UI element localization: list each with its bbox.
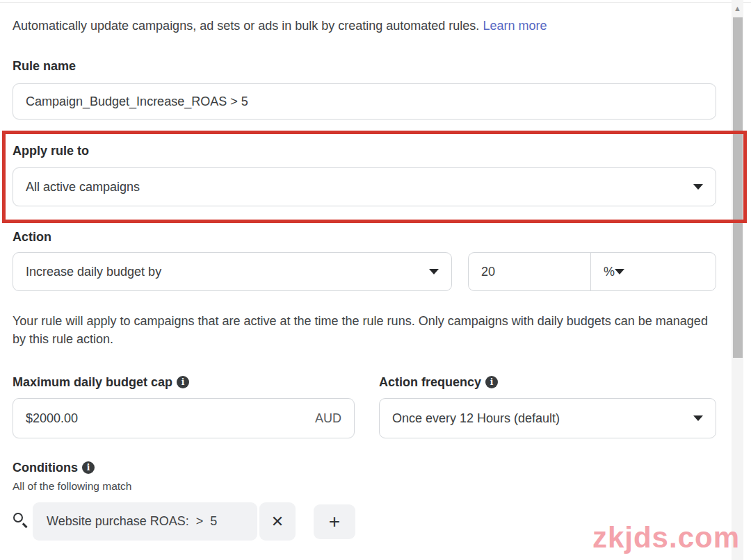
action-note-text: Your rule will apply to campaigns that a… <box>13 312 713 348</box>
condition-chip-label: Website purchase ROAS: > 5 <box>47 514 217 529</box>
action-amount-group: 20 % <box>468 252 716 291</box>
apply-rule-to-value: All active campaigns <box>26 180 693 195</box>
action-value: Increase daily budget by <box>26 265 429 279</box>
apply-rule-to-label: Apply rule to <box>13 144 89 158</box>
dialog-top-divider <box>0 2 751 3</box>
action-frequency-label-text: Action frequency <box>379 375 481 389</box>
conditions-match-text: All of the following match <box>13 480 131 493</box>
scrollbar-thumb[interactable] <box>733 17 743 358</box>
plus-icon: + <box>329 511 340 533</box>
info-icon[interactable]: i <box>485 376 498 388</box>
action-amount-input[interactable]: 20 <box>469 253 590 290</box>
rule-name-value: Campaign_Budget_Increase_ROAS > 5 <box>26 94 703 109</box>
apply-rule-to-dropdown[interactable]: All active campaigns <box>13 167 716 206</box>
conditions-label-text: Conditions <box>13 461 78 475</box>
condition-chip[interactable]: Website purchase ROAS: > 5 <box>33 502 257 541</box>
close-icon: ✕ <box>271 513 284 531</box>
scroll-up-icon[interactable]: ▲ <box>732 3 743 14</box>
currency-suffix: AUD <box>315 411 341 426</box>
rule-name-input[interactable]: Campaign_Budget_Increase_ROAS > 5 <box>13 83 716 120</box>
action-label: Action <box>13 230 51 245</box>
action-unit-value: % <box>604 265 615 279</box>
caret-down-icon <box>693 415 703 421</box>
intro-description: Automatically update campaigns, ad sets … <box>13 19 479 33</box>
budget-cap-label-text: Maximum daily budget cap <box>13 375 172 389</box>
learn-more-link[interactable]: Learn more <box>483 19 547 33</box>
budget-cap-input[interactable]: $2000.00 AUD <box>13 398 355 438</box>
watermark: zkjds.com <box>592 521 740 554</box>
caret-down-icon <box>429 269 439 274</box>
action-unit-dropdown[interactable]: % <box>590 253 716 290</box>
condition-add-button[interactable]: + <box>314 504 355 539</box>
budget-cap-value: $2000.00 <box>26 411 315 426</box>
action-frequency-label: Action frequencyi <box>379 375 498 390</box>
action-dropdown[interactable]: Increase daily budget by <box>13 252 452 291</box>
action-frequency-dropdown[interactable]: Once every 12 Hours (default) <box>379 398 716 438</box>
caret-down-icon <box>693 184 703 190</box>
intro-text: Automatically update campaigns, ad sets … <box>13 19 708 33</box>
caret-down-icon <box>615 269 624 274</box>
rule-name-label: Rule name <box>13 59 76 74</box>
condition-remove-button[interactable]: ✕ <box>259 502 296 541</box>
budget-cap-label: Maximum daily budget capi <box>13 375 189 390</box>
action-amount-value: 20 <box>481 265 495 279</box>
conditions-label: Conditionsi <box>13 461 95 475</box>
search-icon[interactable] <box>13 512 28 530</box>
vertical-scrollbar[interactable]: ▲ <box>732 0 743 560</box>
info-icon[interactable]: i <box>177 376 189 388</box>
info-icon[interactable]: i <box>82 461 95 474</box>
action-frequency-value: Once every 12 Hours (default) <box>392 411 693 426</box>
